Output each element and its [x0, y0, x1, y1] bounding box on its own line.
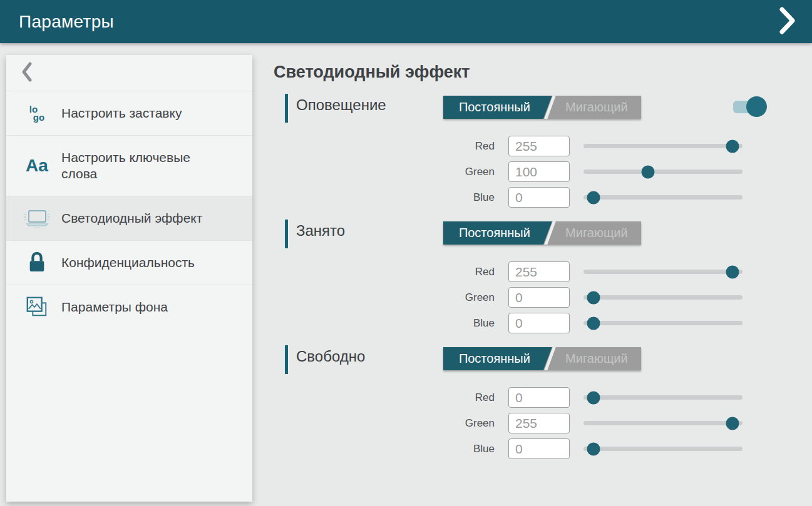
red-slider[interactable]: [583, 139, 743, 153]
slider-thumb[interactable]: [587, 391, 600, 404]
sidebar-item-keywords[interactable]: Aa Настроить ключевые слова: [6, 135, 252, 196]
channel-row-blue: Blue: [285, 185, 773, 210]
slider-track: [583, 195, 743, 200]
app-header: Параметры: [0, 0, 812, 43]
green-slider[interactable]: [583, 416, 743, 430]
mode-switch-busy: Постоянный Мигающий: [443, 221, 641, 245]
blue-slider[interactable]: [583, 190, 743, 205]
section-name: Занято: [296, 222, 345, 240]
logo-icon: lo go: [23, 105, 51, 121]
channel-row-green: Green: [285, 159, 773, 185]
section-free: Свободно Постоянный Мигающий Red Green B…: [285, 345, 773, 462]
section-name: Свободно: [296, 348, 365, 365]
slider-thumb[interactable]: [587, 316, 600, 330]
background-images-icon: [23, 295, 51, 319]
green-value-input[interactable]: [508, 287, 570, 308]
channel-label: Green: [285, 166, 495, 178]
sidebar-item-label: Настроить ключевые слова: [61, 136, 218, 196]
chevron-left-icon: [21, 62, 33, 84]
channel-label: Blue: [285, 317, 495, 330]
page-title: Светодиодный эффект: [274, 63, 470, 82]
red-value-input[interactable]: [508, 387, 570, 408]
channel-row-green: Green: [285, 285, 773, 310]
app-title: Параметры: [19, 12, 114, 32]
sidebar-collapse-button[interactable]: [6, 55, 252, 91]
red-value-input[interactable]: [508, 136, 570, 156]
slider-track: [583, 295, 743, 300]
forward-button[interactable]: [773, 8, 802, 36]
channel-label: Green: [285, 417, 495, 430]
channel-row-red: Red: [285, 133, 773, 159]
mode-switch-free: Постоянный Мигающий: [443, 347, 641, 370]
slider-track: [583, 270, 743, 274]
mode-constant-button[interactable]: Постоянный: [443, 347, 552, 370]
section-busy: Занято Постоянный Мигающий Red Green Blu…: [285, 220, 773, 336]
keywords-icon: Aa: [23, 157, 51, 175]
sidebar-item-led-effect[interactable]: Светодиодный эффект: [6, 196, 252, 240]
mode-blinking-button[interactable]: Мигающий: [552, 96, 641, 119]
chevron-right-icon: [779, 6, 796, 38]
red-value-input[interactable]: [508, 261, 570, 282]
mode-switch-notification: Постоянный Мигающий: [443, 96, 641, 119]
sidebar-item-label: Светодиодный эффект: [61, 196, 202, 240]
slider-track: [583, 421, 743, 425]
slider-thumb[interactable]: [642, 165, 655, 178]
sidebar-item-background[interactable]: Параметры фона: [6, 285, 252, 329]
slider-track: [583, 144, 743, 148]
slider-track: [583, 447, 743, 451]
channel-label: Red: [285, 140, 495, 153]
channel-label: Red: [285, 392, 495, 404]
channel-row-red: Red: [285, 385, 773, 410]
sidebar-item-screensaver[interactable]: lo go Настроить заставку: [6, 91, 252, 135]
blue-slider[interactable]: [583, 442, 743, 456]
section-name: Оповещение: [296, 96, 386, 114]
slider-track: [583, 321, 743, 325]
channel-row-red: Red: [285, 259, 773, 285]
slider-track: [583, 395, 743, 400]
slider-thumb[interactable]: [726, 265, 739, 278]
section-accent-bar: [285, 94, 288, 123]
green-value-input[interactable]: [508, 161, 570, 182]
blue-slider[interactable]: [583, 316, 743, 330]
slider-thumb[interactable]: [587, 291, 600, 304]
channel-label: Blue: [285, 443, 495, 455]
red-slider[interactable]: [583, 265, 743, 279]
mode-blinking-button[interactable]: Мигающий: [552, 347, 641, 370]
blue-value-input[interactable]: [508, 313, 570, 333]
channel-label: Red: [285, 266, 495, 278]
sidebar-item-label: Параметры фона: [61, 285, 168, 329]
channel-label: Green: [285, 291, 495, 304]
section-notification: Оповещение Постоянный Мигающий Red Green: [285, 94, 773, 210]
channel-row-green: Green: [285, 410, 773, 436]
green-value-input[interactable]: [508, 413, 570, 433]
settings-sidebar: lo go Настроить заставку Aa Настроить кл…: [6, 55, 252, 502]
channel-label: Blue: [285, 191, 495, 204]
mode-blinking-button[interactable]: Мигающий: [552, 221, 641, 245]
mode-constant-button[interactable]: Постоянный: [443, 96, 552, 119]
lock-icon: [23, 251, 51, 275]
channel-row-blue: Blue: [285, 310, 773, 336]
green-slider[interactable]: [583, 164, 743, 179]
toggle-knob: [746, 96, 767, 117]
section-accent-bar: [285, 220, 288, 248]
green-slider[interactable]: [583, 290, 743, 305]
sidebar-item-label: Настроить заставку: [61, 91, 182, 135]
slider-thumb[interactable]: [726, 417, 739, 430]
sidebar-item-privacy[interactable]: Конфиденциальность: [6, 240, 252, 285]
blue-value-input[interactable]: [508, 187, 570, 208]
mode-constant-button[interactable]: Постоянный: [443, 221, 552, 245]
notification-led-toggle[interactable]: [733, 95, 768, 118]
led-display-icon: [23, 208, 51, 229]
slider-track: [583, 170, 743, 174]
section-accent-bar: [285, 345, 288, 374]
blue-value-input[interactable]: [508, 438, 570, 459]
red-slider[interactable]: [583, 390, 743, 405]
slider-thumb[interactable]: [726, 139, 739, 153]
sidebar-item-label: Конфиденциальность: [61, 241, 195, 285]
slider-thumb[interactable]: [587, 191, 600, 204]
slider-thumb[interactable]: [587, 442, 600, 455]
channel-row-blue: Blue: [285, 436, 773, 462]
